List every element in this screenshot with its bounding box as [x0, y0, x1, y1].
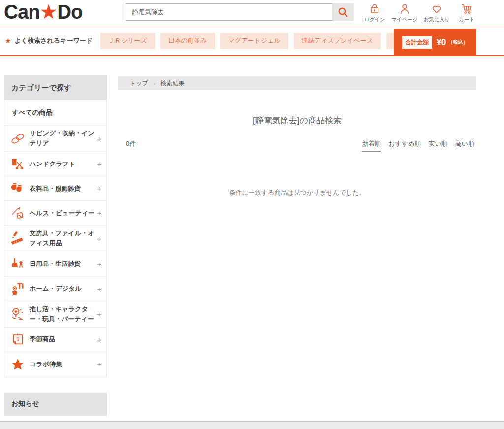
sort-options: 新着順 おすすめ順 安い順 高い順	[362, 139, 474, 152]
header: Can★Do ログイン マイページ お気に入り カート	[0, 0, 504, 26]
sidebar-item-oshikatsu[interactable]: 推し活・キャラクター・玩具・パーティー +	[4, 301, 106, 328]
total-amount-value: ¥0	[436, 37, 446, 48]
keyword-tag[interactable]: ＪＲシリーズ	[100, 33, 155, 49]
user-nav: ログイン マイページ お気に入り カート	[364, 2, 477, 23]
keyword-bar: ★ よく検索されるキーワード ＪＲシリーズ 日本の町並み マグアートジェル 連結…	[0, 27, 504, 56]
expand-plus-icon: +	[95, 209, 101, 217]
slippers-icon	[8, 131, 27, 146]
stationery-icon	[8, 231, 27, 246]
star-icon	[8, 357, 27, 372]
category-label: 文房具・ファイル・オフィス用品	[27, 229, 95, 248]
expand-plus-icon: +	[95, 335, 101, 344]
logo[interactable]: Can★Do	[4, 0, 82, 24]
category-label: ハンドクラフト	[27, 159, 95, 169]
expand-plus-icon: +	[95, 184, 101, 193]
breadcrumb-top-link[interactable]: トップ	[130, 79, 148, 88]
nav-login[interactable]: ログイン	[364, 2, 385, 23]
sidebar-item-stationery[interactable]: 文房具・ファイル・オフィス用品 +	[4, 226, 106, 252]
sort-price-high[interactable]: 高い順	[455, 139, 474, 152]
plant-tools-icon	[8, 281, 27, 296]
nav-favorites-label: お気に入り	[424, 16, 450, 23]
search-bar	[126, 3, 354, 21]
total-amount-label: 合計金額	[402, 36, 432, 49]
star-icon: ★	[5, 37, 11, 45]
category-label: 季節商品	[27, 334, 95, 344]
breadcrumb-separator: ›	[154, 80, 156, 86]
expand-plus-icon: +	[95, 310, 101, 318]
category-label: 日用品・生活雑貨	[27, 259, 95, 269]
sidebar-item-daily-goods[interactable]: 日用品・生活雑貨 +	[4, 252, 106, 277]
sidebar-item-all-products[interactable]: すべての商品	[4, 100, 107, 126]
sidebar-item-living[interactable]: リビング・収納・インテリア +	[4, 126, 106, 152]
notice-title: お知らせ	[4, 393, 107, 416]
sort-price-low[interactable]: 安い順	[428, 139, 447, 152]
keyword-tag[interactable]: マグアートジェル	[220, 33, 288, 49]
beauty-icon	[8, 206, 27, 221]
sort-recommended[interactable]: おすすめ順	[388, 139, 421, 152]
category-label: ホーム・デジタル	[27, 284, 95, 294]
page-title: [静電気除去]の商品検索	[118, 115, 476, 126]
empty-result-message: 条件に一致する商品は見つかりませんでした。	[118, 188, 476, 197]
result-meta-row: 0件 新着順 おすすめ順 安い順 高い順	[118, 139, 476, 152]
sort-newest[interactable]: 新着順	[362, 139, 381, 152]
user-icon	[398, 2, 411, 15]
sidebar-item-home-digital[interactable]: ホーム・デジタル +	[4, 277, 106, 301]
sidebar-item-handcraft[interactable]: ハンドクラフト +	[4, 152, 106, 176]
expand-plus-icon: +	[95, 285, 101, 293]
sidebar: カテゴリーで探す すべての商品 リビング・収納・インテリア + ハンドクラフト …	[4, 75, 107, 416]
sidebar-item-seasonal[interactable]: 1 季節商品 +	[4, 328, 106, 352]
result-count: 0件	[126, 139, 136, 148]
keyword-bar-label: よく検索されるキーワード	[15, 36, 93, 45]
page: Can★Do ログイン マイページ お気に入り カート	[0, 0, 504, 429]
search-icon	[337, 6, 349, 18]
nav-cart[interactable]: カート	[456, 2, 477, 23]
logo-text-prefix: Can	[4, 1, 40, 23]
category-label: 推し活・キャラクター・玩具・パーティー	[27, 304, 95, 324]
sidebar-title: カテゴリーで探す	[4, 75, 107, 100]
category-label: ヘルス・ビューティー	[27, 208, 95, 218]
category-label: 衣料品・服飾雑貨	[27, 184, 95, 194]
expand-plus-icon: +	[95, 360, 101, 368]
sidebar-item-clothing[interactable]: 衣料品・服飾雑貨 +	[4, 176, 106, 201]
heart-icon	[430, 2, 443, 15]
search-input[interactable]	[126, 3, 332, 21]
expand-plus-icon: +	[95, 234, 101, 243]
keyword-tag[interactable]: 連結ディスプレイベース	[294, 33, 381, 49]
nav-favorites[interactable]: お気に入り	[424, 2, 450, 23]
category-list: リビング・収納・インテリア + ハンドクラフト + 衣料品・服飾雑貨 +	[4, 126, 107, 377]
expand-plus-icon: +	[95, 160, 101, 168]
broom-icon	[8, 257, 27, 271]
nav-login-label: ログイン	[364, 16, 385, 23]
breadcrumb-current: 検索結果	[161, 79, 185, 88]
fan-icon	[8, 307, 27, 322]
calendar-icon: 1	[8, 332, 27, 347]
nav-mypage[interactable]: マイページ	[391, 2, 417, 23]
cart-total-box[interactable]: 合計金額 ¥0 （税込）	[394, 29, 476, 56]
logo-star-icon: ★	[40, 0, 58, 23]
lock-icon	[368, 2, 381, 15]
nav-mypage-label: マイページ	[391, 16, 417, 23]
category-label: リビング・収納・インテリア	[27, 129, 95, 148]
socks-icon	[8, 181, 27, 196]
cart-icon	[460, 2, 473, 15]
nav-cart-label: カート	[459, 16, 474, 23]
category-label: コラボ特集	[27, 360, 95, 369]
calendar-number: 1	[16, 336, 19, 342]
expand-plus-icon: +	[95, 260, 101, 268]
footer-bar	[0, 421, 504, 429]
logo-text-suffix: Do	[57, 1, 82, 23]
search-button[interactable]	[332, 3, 354, 21]
sidebar-item-health-beauty[interactable]: ヘルス・ビューティー +	[4, 201, 106, 226]
expand-plus-icon: +	[95, 134, 101, 143]
main-content: トップ › 検索結果 [静電気除去]の商品検索 0件 新着順 おすすめ順 安い順…	[118, 76, 476, 197]
keyword-tag[interactable]: 日本の町並み	[160, 33, 215, 49]
sidebar-item-collab[interactable]: コラボ特集 +	[4, 352, 106, 377]
total-tax-note: （税込）	[448, 39, 468, 46]
sewing-icon	[8, 157, 27, 171]
breadcrumb: トップ › 検索結果	[118, 76, 476, 90]
